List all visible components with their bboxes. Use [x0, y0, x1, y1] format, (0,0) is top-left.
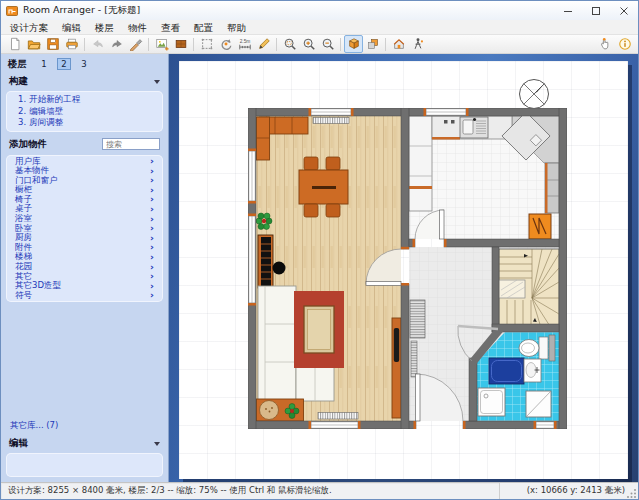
print-icon: [65, 37, 79, 51]
hall-radiator[interactable]: [411, 341, 417, 377]
menu-item[interactable]: 编辑: [55, 20, 88, 35]
window: [309, 108, 354, 116]
front-door-leaf: [416, 374, 421, 421]
build-step-number: 2.: [18, 107, 26, 117]
save-icon: [46, 37, 60, 51]
insert-image-button[interactable]: [152, 35, 171, 53]
build-step-number: 1.: [18, 95, 26, 105]
dining-chair[interactable]: [304, 157, 318, 170]
draw-walls-button[interactable]: [254, 35, 273, 53]
walk-mode-button[interactable]: [408, 35, 427, 53]
build-title: 构建: [9, 75, 28, 88]
build-step[interactable]: 3. 房间调整: [6, 117, 163, 129]
walkthrough-button[interactable]: [389, 35, 408, 53]
toilet-panel[interactable]: [549, 335, 555, 361]
category-label: 符号: [15, 291, 32, 301]
title-bar: Room Arranger - [无标题]: [1, 1, 638, 20]
style-brush-button[interactable]: [126, 35, 145, 53]
floor-tab[interactable]: 2: [57, 58, 71, 70]
walkthrough-icon: [392, 37, 406, 51]
edit-title: 编辑: [9, 437, 28, 450]
open-file-button[interactable]: [24, 35, 43, 53]
undo-button[interactable]: [88, 35, 107, 53]
view-3d-objects-button[interactable]: [363, 35, 382, 53]
other-libraries-link[interactable]: 其它库... (7): [1, 418, 168, 434]
floor-tab[interactable]: 1: [37, 58, 51, 70]
measure-button[interactable]: 2.5m: [235, 35, 254, 53]
redo-button[interactable]: [107, 35, 126, 53]
touch-pointer-button[interactable]: [596, 35, 615, 53]
zoom-out-button[interactable]: [318, 35, 337, 53]
close-button[interactable]: [610, 1, 638, 20]
edit-section-header[interactable]: 编辑: [1, 434, 168, 451]
insert-image-icon: [155, 37, 169, 51]
add-objects-title: 添加物件: [9, 138, 47, 151]
minimize-button[interactable]: [554, 1, 582, 20]
window: [424, 108, 469, 116]
resize-grip[interactable]: [627, 488, 637, 498]
collapse-icon[interactable]: [154, 442, 160, 446]
kitchen-tall-cabinets[interactable]: [409, 116, 432, 211]
fridge[interactable]: [529, 214, 551, 239]
menu-item[interactable]: 物件: [121, 20, 154, 35]
rotate-object-button[interactable]: [216, 35, 235, 53]
build-step[interactable]: 1. 开始新的工程: [6, 94, 163, 106]
white-sofa[interactable]: [258, 286, 296, 401]
canvas-area[interactable]: [169, 54, 638, 482]
close-icon: [619, 6, 629, 16]
menu-item[interactable]: 配置: [187, 20, 220, 35]
black-ball[interactable]: [273, 262, 286, 275]
save-button[interactable]: [43, 35, 62, 53]
radiator[interactable]: [313, 118, 349, 124]
toilet-bowl[interactable]: [519, 340, 539, 357]
zoom-region-button[interactable]: [280, 35, 299, 53]
drawing-page[interactable]: [179, 61, 628, 479]
faucet: [473, 118, 476, 121]
toolbar-separator: [148, 38, 149, 51]
maximize-button[interactable]: [582, 1, 610, 20]
category-item[interactable]: 符号: [6, 291, 163, 301]
toolbar-separator: [276, 38, 277, 51]
draw-walls-icon: [257, 37, 271, 51]
dining-chair[interactable]: [326, 204, 340, 217]
dining-chair[interactable]: [304, 204, 318, 217]
new-file-icon: [8, 37, 22, 51]
floor-plan[interactable]: [248, 108, 567, 429]
hall-shelf-radiator[interactable]: [410, 300, 425, 338]
floor-tab[interactable]: 3: [77, 58, 91, 70]
toilet-tank[interactable]: [539, 337, 548, 359]
build-step[interactable]: 2. 编辑墙壁: [6, 106, 163, 118]
collapse-icon[interactable]: [154, 80, 160, 84]
open-file-icon: [27, 37, 41, 51]
add-objects-search-input[interactable]: [102, 138, 160, 150]
undo-icon: [91, 37, 105, 51]
menu-item[interactable]: 帮助: [220, 20, 253, 35]
toolbar-separator: [385, 38, 386, 51]
build-step-label: 房间调整: [29, 118, 63, 128]
menu-item[interactable]: 楼层: [88, 20, 121, 35]
dining-chair[interactable]: [326, 157, 340, 170]
sidebar-spacer: [1, 304, 168, 418]
zoom-in-button[interactable]: [299, 35, 318, 53]
menu-item[interactable]: 查看: [154, 20, 187, 35]
round-side-table[interactable]: [260, 401, 279, 420]
maximize-icon: [591, 6, 601, 16]
redo-icon: [110, 37, 124, 51]
texture-button[interactable]: [171, 35, 190, 53]
shower-tray[interactable]: [478, 388, 505, 416]
staircase[interactable]: [499, 249, 559, 331]
transform-button[interactable]: [197, 35, 216, 53]
build-section-header[interactable]: 构建: [1, 72, 168, 89]
potted-plant[interactable]: [256, 213, 272, 230]
new-file-button[interactable]: [5, 35, 24, 53]
info-button[interactable]: [615, 35, 634, 53]
view-3d-button[interactable]: [344, 35, 363, 53]
radiator[interactable]: [318, 413, 358, 420]
app-window: Room Arranger - [无标题] 设计方案编辑楼层物件查看配置帮助: [0, 0, 639, 500]
window-title: Room Arranger - [无标题]: [23, 4, 140, 17]
menu-item[interactable]: 设计方案: [3, 20, 55, 35]
status-bar: 设计方案: 8255 × 8400 毫米, 楼层: 2/3 -- 缩放: 75%…: [1, 482, 638, 499]
chevron-right-icon: [150, 290, 154, 301]
info-icon: [618, 37, 632, 51]
print-button[interactable]: [62, 35, 81, 53]
